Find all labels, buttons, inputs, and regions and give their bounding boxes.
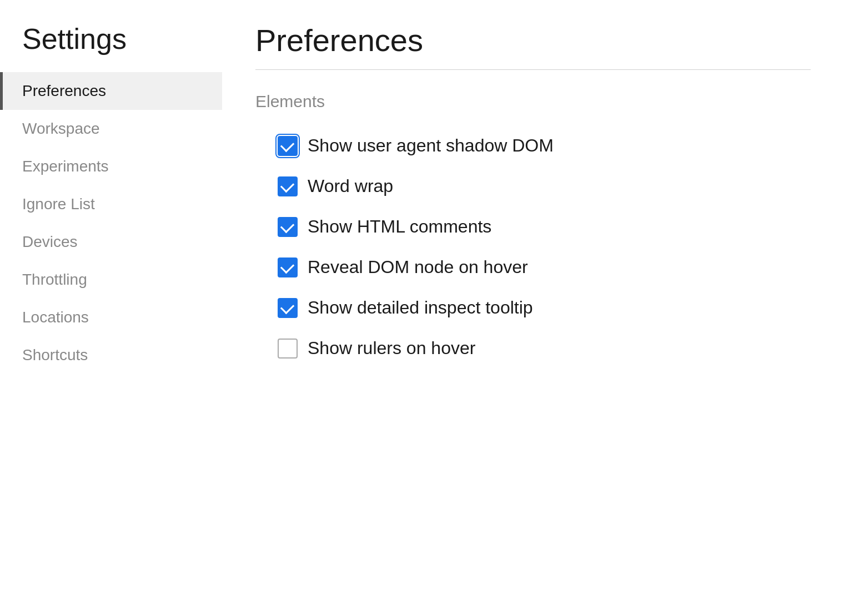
word-wrap-label: Word wrap [308, 176, 393, 196]
sidebar-item-label: Throttling [22, 271, 87, 289]
sidebar-item-label: Shortcuts [22, 346, 88, 364]
checkbox-item-show-rulers-on-hover[interactable]: Show rulers on hover [278, 330, 811, 366]
word-wrap-checkbox[interactable] [278, 176, 298, 196]
show-user-agent-shadow-dom-label: Show user agent shadow DOM [308, 135, 554, 156]
elements-section: Elements Show user agent shadow DOM Word… [255, 92, 811, 366]
sidebar-item-label: Locations [22, 309, 89, 326]
reveal-dom-node-on-hover-label: Reveal DOM node on hover [308, 257, 528, 277]
show-user-agent-shadow-dom-checkbox[interactable] [278, 136, 298, 156]
sidebar-item-shortcuts[interactable]: Shortcuts [0, 336, 222, 374]
page-title: Preferences [255, 22, 811, 58]
checkbox-item-show-detailed-inspect-tooltip[interactable]: Show detailed inspect tooltip [278, 290, 811, 326]
show-detailed-inspect-tooltip-checkbox[interactable] [278, 298, 298, 318]
reveal-dom-node-on-hover-checkbox[interactable] [278, 257, 298, 277]
sidebar-item-label: Devices [22, 233, 78, 251]
show-html-comments-label: Show HTML comments [308, 216, 491, 237]
show-rulers-on-hover-label: Show rulers on hover [308, 338, 475, 359]
sidebar-item-label: Workspace [22, 120, 100, 138]
sidebar-item-label: Experiments [22, 158, 109, 175]
sidebar-item-label: Preferences [22, 82, 106, 100]
checkbox-item-word-wrap[interactable]: Word wrap [278, 168, 811, 204]
checkbox-item-reveal-dom-node-on-hover[interactable]: Reveal DOM node on hover [278, 249, 811, 285]
sidebar-item-locations[interactable]: Locations [0, 299, 222, 336]
sidebar-title: Settings [0, 22, 222, 72]
main-content: Preferences Elements Show user agent sha… [222, 0, 844, 616]
sidebar-item-throttling[interactable]: Throttling [0, 261, 222, 299]
checkbox-item-show-user-agent-shadow-dom[interactable]: Show user agent shadow DOM [278, 128, 811, 164]
sidebar: Settings Preferences Workspace Experimen… [0, 0, 222, 616]
sidebar-item-experiments[interactable]: Experiments [0, 148, 222, 185]
elements-section-title: Elements [255, 92, 811, 111]
checkbox-list: Show user agent shadow DOM Word wrap Sho… [255, 128, 811, 366]
sidebar-item-workspace[interactable]: Workspace [0, 110, 222, 148]
show-rulers-on-hover-checkbox[interactable] [278, 339, 298, 359]
show-detailed-inspect-tooltip-label: Show detailed inspect tooltip [308, 297, 533, 318]
sidebar-item-devices[interactable]: Devices [0, 223, 222, 261]
sidebar-item-ignore-list[interactable]: Ignore List [0, 185, 222, 223]
sidebar-item-preferences[interactable]: Preferences [0, 72, 222, 110]
sidebar-item-label: Ignore List [22, 195, 95, 213]
show-html-comments-checkbox[interactable] [278, 217, 298, 237]
checkbox-item-show-html-comments[interactable]: Show HTML comments [278, 209, 811, 245]
section-divider [255, 69, 811, 70]
